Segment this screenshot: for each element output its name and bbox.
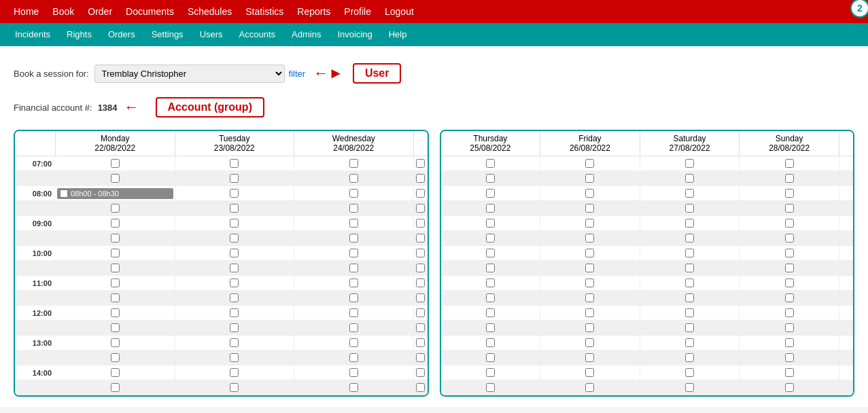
- time-slot-checkbox[interactable]: [785, 204, 794, 213]
- time-slot-checkbox[interactable]: [349, 204, 358, 213]
- time-slot-checkbox[interactable]: [685, 323, 694, 332]
- time-slot-checkbox[interactable]: [685, 293, 694, 302]
- time-slot-checkbox[interactable]: [785, 293, 794, 302]
- subnav-settings[interactable]: Settings: [143, 23, 192, 46]
- time-slot-checkbox[interactable]: [111, 159, 120, 168]
- time-slot-checkbox[interactable]: [486, 368, 495, 377]
- time-slot-checkbox[interactable]: [230, 249, 239, 257]
- time-slot-checkbox[interactable]: [685, 264, 694, 272]
- time-slot-checkbox[interactable]: [785, 159, 794, 168]
- time-slot-checkbox[interactable]: [685, 368, 694, 377]
- time-slot-checkbox[interactable]: [349, 159, 358, 168]
- time-slot-checkbox[interactable]: [785, 279, 794, 287]
- subnav-incidents[interactable]: Incidents: [7, 23, 58, 46]
- time-slot-checkbox[interactable]: [685, 159, 694, 168]
- subnav-orders[interactable]: Orders: [100, 23, 143, 46]
- time-slot-checkbox[interactable]: [349, 189, 358, 198]
- time-slot-checkbox[interactable]: [585, 353, 594, 362]
- time-slot-checkbox[interactable]: [785, 368, 794, 377]
- time-slot-checkbox[interactable]: [111, 323, 120, 332]
- time-slot-checkbox[interactable]: [685, 383, 694, 392]
- time-slot-checkbox[interactable]: [785, 264, 794, 272]
- subnav-admins[interactable]: Admins: [283, 23, 329, 46]
- time-slot-checkbox[interactable]: [486, 338, 495, 347]
- narrow-checkbox[interactable]: [416, 249, 425, 257]
- time-slot-checkbox[interactable]: [230, 293, 239, 302]
- time-slot-checkbox[interactable]: [230, 338, 239, 347]
- time-slot-checkbox[interactable]: [111, 219, 120, 228]
- time-slot-checkbox[interactable]: [230, 189, 239, 198]
- subnav-rights[interactable]: Rights: [58, 23, 100, 46]
- time-slot-checkbox[interactable]: [685, 279, 694, 287]
- time-slot-checkbox[interactable]: [585, 189, 594, 198]
- time-slot-checkbox[interactable]: [111, 204, 120, 213]
- time-slot-checkbox[interactable]: [111, 353, 120, 362]
- time-slot-checkbox[interactable]: [585, 308, 594, 317]
- time-slot-checkbox[interactable]: [785, 338, 794, 347]
- time-slot-checkbox[interactable]: [486, 234, 495, 243]
- time-slot-checkbox[interactable]: [685, 249, 694, 257]
- nav-profile[interactable]: Profile: [337, 0, 378, 23]
- time-slot-checkbox[interactable]: [230, 308, 239, 317]
- time-slot-checkbox[interactable]: [585, 279, 594, 287]
- time-slot-checkbox[interactable]: [685, 234, 694, 243]
- narrow-checkbox[interactable]: [416, 323, 425, 332]
- nav-reports[interactable]: Reports: [290, 0, 337, 23]
- time-slot-checkbox[interactable]: [111, 293, 120, 302]
- time-slot-checkbox[interactable]: [785, 234, 794, 243]
- time-slot-checkbox[interactable]: [486, 174, 495, 183]
- subnav-users[interactable]: Users: [192, 23, 231, 46]
- time-slot-checkbox[interactable]: [486, 308, 495, 317]
- time-slot-checkbox[interactable]: [349, 249, 358, 257]
- time-slot-checkbox[interactable]: [486, 323, 495, 332]
- time-slot-checkbox[interactable]: [349, 174, 358, 183]
- time-slot-checkbox[interactable]: [685, 338, 694, 347]
- time-slot-checkbox[interactable]: [785, 383, 794, 392]
- nav-home[interactable]: Home: [7, 0, 46, 23]
- time-slot-checkbox[interactable]: [349, 383, 358, 392]
- time-slot-checkbox[interactable]: [785, 353, 794, 362]
- time-slot-checkbox[interactable]: [785, 174, 794, 183]
- narrow-checkbox[interactable]: [416, 353, 425, 362]
- time-slot-checkbox[interactable]: [585, 159, 594, 168]
- time-slot-checkbox[interactable]: [230, 264, 239, 272]
- time-slot-checkbox[interactable]: [349, 338, 358, 347]
- time-slot-checkbox[interactable]: [230, 368, 239, 377]
- narrow-checkbox[interactable]: [416, 293, 425, 302]
- nav-statistics[interactable]: Statistics: [239, 0, 290, 23]
- time-slot-checkbox[interactable]: [230, 279, 239, 287]
- time-slot-checkbox[interactable]: [486, 264, 495, 272]
- time-slot-checkbox[interactable]: [585, 368, 594, 377]
- narrow-checkbox[interactable]: [416, 174, 425, 183]
- narrow-checkbox[interactable]: [416, 189, 425, 198]
- time-slot-checkbox[interactable]: [585, 249, 594, 257]
- time-slot-checkbox[interactable]: [585, 234, 594, 243]
- time-slot-checkbox[interactable]: [111, 368, 120, 377]
- subnav-accounts[interactable]: Accounts: [231, 23, 283, 46]
- time-slot-checkbox[interactable]: [349, 234, 358, 243]
- time-slot-checkbox[interactable]: [349, 323, 358, 332]
- time-slot-checkbox[interactable]: [585, 204, 594, 213]
- time-slot-checkbox[interactable]: [230, 234, 239, 243]
- subnav-invoicing[interactable]: Invoicing: [329, 23, 380, 46]
- time-slot-checkbox[interactable]: [585, 264, 594, 272]
- time-slot-checkbox[interactable]: [111, 249, 120, 257]
- time-slot-checkbox[interactable]: [486, 204, 495, 213]
- time-slot-checkbox[interactable]: [785, 219, 794, 228]
- narrow-checkbox[interactable]: [416, 338, 425, 347]
- time-slot-checkbox[interactable]: [585, 323, 594, 332]
- narrow-checkbox[interactable]: [416, 264, 425, 272]
- time-slot-checkbox[interactable]: [111, 234, 120, 243]
- time-slot-checkbox[interactable]: [111, 174, 120, 183]
- narrow-checkbox[interactable]: [416, 159, 425, 168]
- time-slot-checkbox[interactable]: [230, 204, 239, 213]
- time-slot-checkbox[interactable]: [486, 249, 495, 257]
- time-slot-checkbox[interactable]: [349, 308, 358, 317]
- user-select[interactable]: Tremblay Christopher: [94, 65, 285, 83]
- time-slot-checkbox[interactable]: [685, 308, 694, 317]
- time-slot-checkbox[interactable]: [685, 189, 694, 198]
- time-slot-checkbox[interactable]: [685, 174, 694, 183]
- session-block[interactable]: 08h00 - 08h30: [57, 188, 173, 199]
- time-slot-checkbox[interactable]: [486, 189, 495, 198]
- time-slot-checkbox[interactable]: [585, 338, 594, 347]
